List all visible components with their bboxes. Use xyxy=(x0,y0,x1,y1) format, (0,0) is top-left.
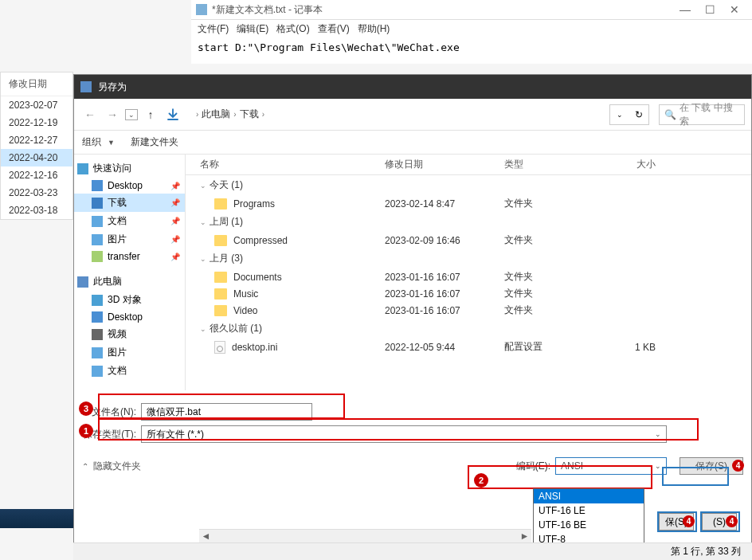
sidebar-item[interactable]: 图片 xyxy=(74,343,185,362)
pin-icon: 📌 xyxy=(170,198,180,207)
col-name-header[interactable]: 名称 xyxy=(186,158,385,171)
menu-file[interactable]: 文件(F) xyxy=(198,22,229,36)
date-item[interactable]: 2022-12-27 xyxy=(1,131,72,149)
sidebar-item[interactable]: Desktop📌 xyxy=(74,178,185,194)
chevron-right-icon: › xyxy=(196,110,198,119)
encoding-select[interactable]: ANSI ⌄ xyxy=(555,457,667,475)
sidebar-item[interactable]: Desktop xyxy=(74,309,185,325)
folder-icon xyxy=(214,305,227,316)
sidebar-item[interactable]: transfer📌 xyxy=(74,249,185,264)
saveas-titlebar: 另存为 xyxy=(74,75,751,99)
close-button[interactable]: ✕ xyxy=(730,3,739,16)
pin-icon: 📌 xyxy=(170,253,180,261)
breadcrumb-item[interactable]: 下载 xyxy=(240,108,259,121)
save-button[interactable]: 保存(S) 4 xyxy=(680,457,743,475)
encoding-option[interactable]: UTF-16 BE xyxy=(534,518,644,532)
file-group-header[interactable]: ⌄很久以前 (1) xyxy=(186,319,751,339)
col-type-header[interactable]: 类型 xyxy=(504,158,600,171)
dup-button-1[interactable]: 保(S) 4 xyxy=(659,513,694,531)
sidebar-item[interactable]: 文档📌 xyxy=(74,212,185,230)
sidebar-item[interactable]: 图片📌 xyxy=(74,230,185,249)
pin-icon: 📌 xyxy=(170,217,180,225)
col-date-header[interactable]: 修改日期 xyxy=(385,158,504,171)
menu-view[interactable]: 查看(V) xyxy=(318,22,350,36)
folder-icon xyxy=(92,180,103,191)
file-row[interactable]: Music2023-01-16 16:07文件夹 xyxy=(186,285,751,302)
sidebar-item[interactable]: 文档 xyxy=(74,362,185,380)
folder-icon xyxy=(92,311,103,323)
nav-back-button[interactable]: ← xyxy=(80,105,100,124)
sidebar-item[interactable]: 3D 对象 xyxy=(74,291,185,309)
downloads-arrow-icon xyxy=(163,105,182,124)
date-item[interactable]: 2023-02-07 xyxy=(1,96,72,114)
sidebar-item[interactable]: 视频 xyxy=(74,325,185,343)
scroll-right-button[interactable]: ► xyxy=(518,530,531,542)
save-form: 文件名(N): 保存类型(T): 所有文件 (*.*) ⌄ 3 1 xyxy=(74,390,751,443)
file-row[interactable]: Programs2023-02-14 8:47文件夹 xyxy=(186,195,751,212)
pin-icon: 📌 xyxy=(170,235,180,244)
annotation-badge-1: 1 xyxy=(79,424,93,438)
notepad-menubar: 文件(F) 编辑(E) 格式(O) 查看(V) 帮助(H) xyxy=(191,20,752,38)
nav-history-button[interactable]: ⌄ xyxy=(125,109,138,120)
annotation-badge-4: 4 xyxy=(683,515,695,527)
file-list-area[interactable]: 名称 修改日期 类型 大小 ⌄今天 (1)Programs2023-02-14 … xyxy=(186,155,751,390)
folder-icon xyxy=(92,216,103,227)
breadcrumb-drop-button[interactable]: ⌄ xyxy=(610,105,629,124)
encoding-label: 编码(E): xyxy=(516,460,550,473)
scroll-left-button[interactable]: ◄ xyxy=(199,530,213,542)
chevron-right-icon: › xyxy=(262,110,264,119)
search-input[interactable]: 🔍 在 下载 中搜索 xyxy=(659,104,745,125)
search-icon: 🔍 xyxy=(664,109,676,120)
file-group-header[interactable]: ⌄今天 (1) xyxy=(186,175,751,195)
date-item[interactable]: 2022-12-16 xyxy=(1,166,72,184)
date-item[interactable]: 2022-04-20 xyxy=(1,149,72,166)
hide-folders-link[interactable]: 隐藏文件夹 xyxy=(93,460,141,473)
file-group-header[interactable]: ⌄上月 (3) xyxy=(186,249,751,268)
annotation-badge-3: 3 xyxy=(79,401,93,416)
folder-icon xyxy=(92,251,103,262)
sidebar-this-pc[interactable]: 此电脑 xyxy=(74,272,185,291)
folder-icon xyxy=(214,272,227,283)
chevron-down-icon: ▼ xyxy=(108,139,115,147)
date-item[interactable]: 2022-03-23 xyxy=(1,184,72,202)
col-size-header[interactable]: 大小 xyxy=(600,158,664,171)
date-item[interactable]: 2022-03-18 xyxy=(1,202,72,219)
menu-help[interactable]: 帮助(H) xyxy=(358,22,390,36)
chevron-down-icon: ⌄ xyxy=(655,430,661,438)
file-row[interactable]: desktop.ini2022-12-05 9:44配置设置1 KB xyxy=(186,339,751,355)
folder-icon xyxy=(92,295,103,306)
saveas-title-text: 另存为 xyxy=(98,80,127,94)
nav-sidebar[interactable]: 快速访问 Desktop📌下载📌文档📌图片📌transfer📌 此电脑 3D 对… xyxy=(74,155,186,390)
maximize-button[interactable]: ☐ xyxy=(705,3,715,16)
filetype-select[interactable]: 所有文件 (*.*) ⌄ xyxy=(141,425,667,443)
notepad-statusbar: 第 1 行, 第 33 列 xyxy=(73,542,752,560)
file-row[interactable]: Compressed2023-02-09 16:46文件夹 xyxy=(186,232,751,249)
minimize-button[interactable]: — xyxy=(680,3,691,16)
refresh-button[interactable]: ↻ xyxy=(629,105,648,124)
sidebar-item[interactable]: 下载📌 xyxy=(74,194,185,212)
nav-up-button[interactable]: ↑ xyxy=(141,105,160,124)
file-row[interactable]: Documents2023-01-16 16:07文件夹 xyxy=(186,268,751,285)
file-group-header[interactable]: ⌄上周 (1) xyxy=(186,212,751,232)
menu-edit[interactable]: 编辑(E) xyxy=(237,22,268,36)
breadcrumb-item[interactable]: 此电脑 xyxy=(202,108,230,121)
breadcrumb[interactable]: › 此电脑 › 下载 › xyxy=(190,104,606,126)
menu-format[interactable]: 格式(O) xyxy=(276,22,309,36)
horizontal-scrollbar[interactable]: ◄ ► xyxy=(199,529,531,542)
date-item[interactable]: 2022-12-19 xyxy=(1,114,72,131)
organize-button[interactable]: 组织 xyxy=(82,135,101,149)
encoding-option[interactable]: ANSI xyxy=(534,489,644,503)
encoding-option[interactable]: UTF-16 LE xyxy=(534,503,644,518)
nav-forward-button[interactable]: → xyxy=(103,105,122,124)
folder-icon xyxy=(92,347,103,358)
filename-input[interactable] xyxy=(141,403,312,421)
file-row[interactable]: Video2023-01-16 16:07文件夹 xyxy=(186,302,751,319)
notepad-window: *新建文本文档.txt - 记事本 — ☐ ✕ 文件(F) 编辑(E) 格式(O… xyxy=(191,0,752,64)
toolbar-row: 组织 ▼ 新建文件夹 xyxy=(74,131,751,155)
dup-button-2[interactable]: (S) 4 xyxy=(702,513,737,531)
notepad-content[interactable]: start D:"\Program Files\Wechat\"WeChat.e… xyxy=(191,38,752,57)
notepad-titlebar: *新建文本文档.txt - 记事本 — ☐ ✕ xyxy=(191,0,752,20)
sidebar-quick-access[interactable]: 快速访问 xyxy=(74,159,185,178)
collapse-icon: ⌄ xyxy=(200,325,206,333)
new-folder-button[interactable]: 新建文件夹 xyxy=(131,135,178,149)
